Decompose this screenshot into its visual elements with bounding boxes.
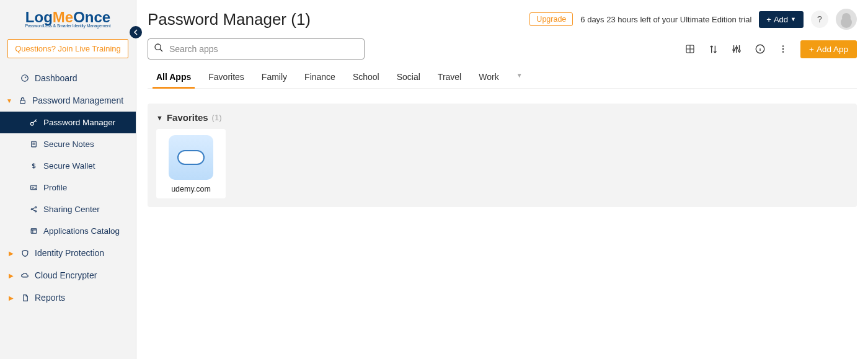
sidebar-item-reports[interactable]: ▶ Reports: [0, 286, 136, 309]
app-card[interactable]: udemy.com: [156, 129, 226, 198]
add-app-button[interactable]: + Add App: [800, 40, 857, 58]
tab-family[interactable]: Family: [260, 68, 288, 88]
sidebar-item-password-management[interactable]: ▼ Password Management: [0, 89, 136, 112]
grid-icon: [684, 43, 696, 55]
sidebar-item-password-manager[interactable]: Password Manager: [0, 112, 136, 133]
svg-point-8: [35, 211, 36, 212]
sidebar-item-profile[interactable]: Profile: [0, 177, 136, 198]
help-button[interactable]: ?: [811, 11, 828, 28]
svg-point-6: [31, 208, 32, 210]
sidebar-item-sharing-center[interactable]: Sharing Center: [0, 198, 136, 220]
svg-point-5: [32, 187, 33, 188]
svg-point-16: [782, 45, 784, 47]
search-input[interactable]: [148, 38, 365, 60]
svg-point-2: [30, 122, 33, 125]
sidebar-item-label: Sharing Center: [43, 205, 100, 214]
svg-rect-1: [20, 100, 25, 103]
plus-icon: +: [809, 45, 814, 54]
section-label: Favorites: [167, 112, 208, 123]
searchbar-row: + Add App: [148, 38, 857, 60]
tab-favorites[interactable]: Favorites: [207, 68, 246, 88]
chevron-left-icon: [133, 29, 138, 35]
add-app-label: Add App: [817, 45, 848, 54]
caret-down-icon: ▼: [156, 114, 163, 122]
dollar-icon: [29, 162, 38, 170]
caret-down-icon: ▼: [790, 16, 796, 22]
sort-button[interactable]: [708, 44, 719, 55]
sliders-icon: [731, 43, 742, 55]
logo-part-log: Log: [25, 9, 53, 25]
sidebar-item-cloud-encrypter[interactable]: ▶ Cloud Encrypter: [0, 264, 136, 286]
tab-travel[interactable]: Travel: [436, 68, 463, 88]
svg-point-17: [782, 48, 784, 50]
document-icon: [20, 294, 30, 302]
info-button[interactable]: [755, 43, 766, 55]
sidebar-item-identity-protection[interactable]: ▶ Identity Protection: [0, 242, 136, 264]
logo-part-me: Me: [53, 9, 73, 25]
topbar-right: Upgrade 6 days 23 hours left of your Ult…: [529, 9, 857, 30]
svg-rect-9: [31, 229, 37, 234]
add-button[interactable]: + Add ▼: [759, 11, 804, 28]
dots-vertical-icon: [778, 44, 788, 54]
sidebar-item-applications-catalog[interactable]: Applications Catalog: [0, 220, 136, 242]
logo-part-once: Once: [73, 9, 110, 25]
caret-down-icon: ▼: [6, 97, 12, 104]
avatar-button[interactable]: [836, 9, 857, 30]
app-name-label: udemy.com: [162, 185, 219, 193]
sidebar-item-label: Password Management: [32, 95, 123, 105]
catalog-icon: [29, 227, 38, 235]
gauge-icon: [20, 74, 30, 82]
plus-icon: +: [766, 15, 771, 24]
caret-right-icon: ▶: [9, 295, 15, 301]
shield-icon: [20, 249, 30, 257]
topbar: Password Manager (1) Upgrade 6 days 23 h…: [148, 9, 857, 30]
category-tabs: All Apps Favorites Family Finance School…: [148, 68, 857, 89]
tab-more[interactable]: ▼: [515, 68, 524, 88]
svg-point-18: [782, 51, 784, 52]
sidebar-collapse-button[interactable]: [130, 26, 142, 38]
search-icon: [154, 43, 164, 55]
question-icon: ?: [817, 14, 822, 24]
tab-work[interactable]: Work: [477, 68, 500, 88]
sidebar-item-dashboard[interactable]: Dashboard: [0, 67, 136, 89]
section-count: (1): [212, 113, 222, 122]
more-button[interactable]: [778, 44, 788, 54]
user-icon: [842, 13, 851, 22]
app-logo: LogMeOnce: [7, 10, 128, 25]
tab-finance[interactable]: Finance: [303, 68, 337, 88]
svg-point-13: [736, 47, 738, 49]
sidebar-item-label: Profile: [43, 183, 67, 192]
content-area: ▼ Favorites (1) udemy.com: [148, 104, 857, 207]
logo-area: LogMeOnce PasswordLess & Smarter Identit…: [0, 0, 136, 34]
tab-social[interactable]: Social: [396, 68, 422, 88]
sidebar: LogMeOnce PasswordLess & Smarter Identit…: [0, 0, 136, 359]
favorites-section-header[interactable]: ▼ Favorites (1): [156, 112, 848, 123]
svg-point-10: [155, 44, 161, 50]
sidebar-item-label: Secure Notes: [43, 140, 94, 149]
tab-school[interactable]: School: [352, 68, 381, 88]
info-icon: [755, 43, 766, 55]
sidebar-item-label: Password Manager: [43, 118, 115, 127]
sidebar-item-label: Secure Wallet: [43, 161, 95, 171]
caret-right-icon: ▶: [9, 272, 15, 279]
id-card-icon: [29, 184, 38, 192]
live-training-button[interactable]: Questions? Join Live Training: [7, 39, 128, 58]
tab-all-apps[interactable]: All Apps: [155, 68, 192, 88]
caret-right-icon: ▶: [9, 250, 15, 257]
svg-point-7: [35, 206, 36, 208]
sidebar-item-label: Cloud Encrypter: [35, 270, 97, 280]
page-title: Password Manager (1): [148, 10, 311, 29]
cloud-icon: [177, 150, 205, 165]
sidebar-item-secure-notes[interactable]: Secure Notes: [0, 133, 136, 155]
sort-icon: [708, 44, 719, 55]
upgrade-button[interactable]: Upgrade: [529, 12, 573, 26]
sidebar-subnav-password-management: Password Manager Secure Notes Secure Wal…: [0, 112, 136, 242]
add-button-label: Add: [774, 15, 788, 24]
sidebar-item-secure-wallet[interactable]: Secure Wallet: [0, 155, 136, 177]
logo-caption: PasswordLess & Smarter Identity Manageme…: [7, 24, 128, 28]
note-icon: [29, 140, 38, 148]
svg-point-14: [738, 50, 740, 52]
filter-button[interactable]: [731, 43, 742, 55]
cloud-icon: [20, 271, 30, 280]
grid-view-button[interactable]: [684, 43, 696, 55]
